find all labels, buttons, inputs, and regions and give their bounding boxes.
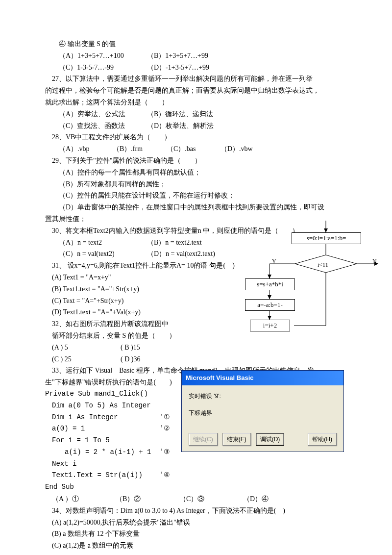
- btn-end[interactable]: 结束(E): [222, 433, 251, 446]
- flow-step3: i=i+2: [250, 320, 290, 331]
- btn-continue[interactable]: 继续(C): [189, 433, 218, 446]
- q29-b: （B）所有对象都具有同样的属性；: [45, 178, 347, 190]
- flow-step1: s=s+a*b*i: [245, 278, 295, 290]
- svg-marker-7: [268, 275, 271, 278]
- q28-c: （C）.bas: [167, 143, 220, 155]
- flow-no: N: [372, 256, 377, 266]
- q27-line2: 的过程中，检验每个可能解是否是问题的真正解；而需要从实际问题中归纳出数学表达式，: [45, 85, 347, 97]
- code-l8: Text1.Text = Str(a(i)) '④: [45, 470, 347, 481]
- q32-c: (C ) 25: [52, 353, 121, 365]
- dialog-err: 实时错误 '9':: [189, 391, 337, 401]
- code-l9: End Sub: [45, 481, 347, 493]
- q28-a: （A）.vbp: [59, 143, 113, 155]
- code-l6n: '③: [160, 447, 170, 458]
- q26-c: （C）1-3-5-7…-99: [59, 62, 147, 74]
- q28-b: （B）.frm: [113, 143, 167, 155]
- q27-b: （B）循环法、递归法: [147, 108, 213, 120]
- q33-c: （C）③: [179, 493, 243, 505]
- code-l7: Next i: [45, 458, 347, 470]
- dialog-body: 实时错误 '9': 下标越界 继续(C) 结束(E) 调试(D) 帮助(H): [182, 385, 343, 452]
- q28-opts: （A）.vbp （B）.frm （C）.bas （D）.vbw: [45, 143, 347, 155]
- q30-d: （D）n = val(text2.text): [147, 248, 215, 260]
- q30-a: （A）n = text2: [59, 237, 147, 249]
- q29-a: （A）控件的每一个属性都具有同样的默认值；: [45, 167, 347, 178]
- q29-text: 29、下列关于"控件"属性的说法正确的是（ ）: [45, 155, 347, 167]
- svg-marker-9: [268, 295, 271, 299]
- q27-opts2: （C）查找法、函数法 （D）枚举法、解析法: [45, 120, 347, 132]
- q34-b: (B) a 数组共有 12 个下标变量: [45, 528, 347, 540]
- vb-error-dialog: Microsoft Visual Basic 实时错误 '9': 下标越界 继续…: [181, 370, 344, 452]
- code-l3t: Dim i As Integer: [52, 412, 160, 424]
- flow-init: s=0:i=1:a=1:b=: [292, 232, 361, 244]
- q27-a: （A）穷举法、公式法: [59, 108, 147, 120]
- flow-cond-text: i<11: [318, 260, 328, 270]
- svg-marker-11: [268, 316, 271, 320]
- q29-c: （C）控件的属性只能在设计时设置，不能在运行时修改；: [45, 190, 347, 202]
- q30-b: （B）n = text2.text: [147, 237, 202, 249]
- code-l8n: '④: [160, 470, 170, 481]
- btn-help[interactable]: 帮助(H): [308, 433, 337, 446]
- q26-row2: （C）1-3-5-7…-99 （D）-1+3-5+7…+99: [45, 62, 347, 74]
- q27-line3: 就此求出解；这两个算法分别是（ ）: [45, 97, 347, 108]
- q29-d1: （D）单击窗体中的某控件，在属性窗口中的属性列表框中找到所要设置的属性，即可设: [45, 202, 347, 213]
- q33-a: （A ）①: [52, 493, 116, 505]
- code-l4t: a(0) = 1: [52, 423, 160, 435]
- q34-a: (A) a(1,2)=50000,执行后系统会提示"溢出"错误: [45, 517, 347, 529]
- q26-b: （B）1+3+5+7…+99: [147, 50, 208, 62]
- q27-d: （D）枚举法、解析法: [147, 120, 214, 132]
- q32-d: ( D )36: [121, 353, 140, 365]
- dialog-buttons: 继续(C) 结束(E) 调试(D) 帮助(H): [189, 433, 337, 446]
- q26-row1: （A）1+3+5+7…+100 （B）1+3+5+7…+99: [45, 50, 347, 62]
- q34-c: (C) a(1,2)是 a 数组中的元素: [45, 540, 347, 552]
- q33-d: （D）④: [243, 493, 269, 505]
- q28-d: （D）.vbw: [220, 143, 253, 155]
- q31-textpart: 31、 设x=4,y=6,则能在Text1控件上能显示A= 10的语: [52, 260, 207, 272]
- q27-c: （C）查找法、函数法: [59, 120, 147, 132]
- code-l3n: '①: [160, 412, 170, 424]
- q26-d: （D）-1+3-5+7…+99: [147, 62, 209, 74]
- q33-b: （B）②: [116, 493, 179, 505]
- code-l8t: Text1.Text = Str(a(i)): [52, 470, 160, 481]
- q34-text: 34、对数组声明语句：Dim a(0 to 3,0 to 4) As Integ…: [45, 505, 347, 517]
- code-l6t: a(i) = 2 * a(i-1) + 1: [65, 447, 160, 458]
- q33-opts: （A ）① （B）② （C）③ （D）④: [45, 493, 347, 505]
- btn-debug[interactable]: 调试(D): [256, 433, 285, 446]
- line-output-s: ④ 输出变量 S 的值: [45, 38, 347, 50]
- q27-opts1: （A）穷举法、公式法 （B）循环法、递归法: [45, 108, 347, 120]
- q30-c: （C）n = val(text2): [59, 248, 147, 260]
- q27-line1: 27、以下算法中，需要通过多重循环一一列举出解决问题的所有可能解，并在逐一列举: [45, 73, 347, 85]
- q32-a: (A ) 5: [52, 342, 121, 353]
- dialog-msg: 下标越界: [189, 408, 337, 418]
- q32-opts2: (C ) 25 ( D )36: [45, 353, 347, 365]
- dialog-title: Microsoft Visual Basic: [182, 371, 343, 385]
- q26-a: （A）1+3+5+7…+100: [59, 50, 147, 62]
- q28-text: 28、VB中工程文件的扩展名为（ ）: [45, 131, 347, 143]
- svg-marker-1: [324, 228, 328, 232]
- code-l4n: '②: [160, 423, 170, 435]
- q32-b: ( B )15: [121, 342, 140, 353]
- flow-step2: a=-a:b=1-: [245, 299, 295, 311]
- flow-yes: Y: [272, 256, 276, 266]
